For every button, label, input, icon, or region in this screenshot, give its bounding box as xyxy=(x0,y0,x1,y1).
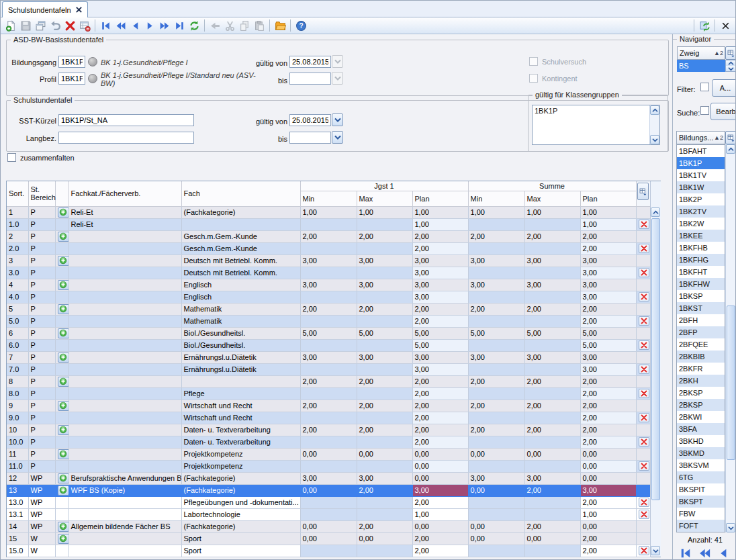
cell-min[interactable]: 3,00 xyxy=(468,279,524,291)
cell-actions[interactable] xyxy=(636,545,650,557)
filter-checkbox[interactable] xyxy=(700,83,709,91)
cell-actions[interactable] xyxy=(636,424,650,436)
cell-sort[interactable]: 1.0 xyxy=(7,218,28,230)
table-row[interactable]: 8.0PPflege2,002,00 xyxy=(7,387,650,400)
cell-max[interactable]: 2,00 xyxy=(357,230,412,242)
cell-max[interactable]: 5,00 xyxy=(357,327,412,339)
nav-last-button[interactable] xyxy=(172,18,187,33)
cell-actions[interactable] xyxy=(636,400,650,412)
cell-min[interactable] xyxy=(468,242,524,254)
cell-fach[interactable]: Daten- u. Textverarbeitung xyxy=(181,424,300,436)
cell-bereich[interactable]: P xyxy=(28,424,55,436)
cell-max[interactable] xyxy=(524,496,580,508)
cell-bereich[interactable]: WP xyxy=(28,484,55,496)
cell-max[interactable] xyxy=(357,436,412,448)
cell-sort[interactable]: 13.1 xyxy=(7,508,28,520)
add-subject-button[interactable] xyxy=(58,280,69,290)
cell-bereich[interactable]: WP xyxy=(28,508,55,520)
cell-min[interactable] xyxy=(468,363,524,375)
cell-add[interactable] xyxy=(55,206,68,218)
cell-plan[interactable]: 1,00 xyxy=(580,508,636,520)
table-row[interactable]: 8P2,002,002,002,002,002,00 xyxy=(7,375,650,387)
table-row[interactable]: 12WPBerufspraktische Anwendungen BS(Fach… xyxy=(7,472,650,484)
add-subject-button[interactable] xyxy=(58,207,69,218)
cell-bereich[interactable]: P xyxy=(28,230,55,242)
cell-max[interactable]: 2,00 xyxy=(357,520,412,532)
cell-fachkategorie[interactable] xyxy=(68,363,181,375)
scroll-up-icon[interactable] xyxy=(651,207,660,217)
cell-plan[interactable]: 3,00 xyxy=(580,484,636,496)
cell-plan[interactable]: 2,00 xyxy=(580,387,636,400)
cell-fachkategorie[interactable]: Reli-Et xyxy=(68,206,181,218)
bildungsgang-list-item[interactable]: 2BKH xyxy=(677,375,725,387)
cell-min[interactable]: 2,00 xyxy=(300,400,357,412)
cell-max[interactable]: 1,00 xyxy=(357,206,412,218)
cell-min[interactable]: 2,00 xyxy=(300,375,357,387)
cell-add[interactable] xyxy=(55,279,68,291)
table-row[interactable]: 15.0WSport2,002,00 xyxy=(7,545,650,557)
cell-fachkategorie[interactable] xyxy=(68,327,181,339)
table-row[interactable]: 14WPAllgemein bildende Fächer BS(Fachkat… xyxy=(7,520,650,532)
cell-fachkategorie[interactable] xyxy=(68,267,181,279)
cell-actions[interactable] xyxy=(636,242,650,254)
delete-row-button[interactable] xyxy=(639,413,649,422)
cell-min[interactable] xyxy=(300,242,357,254)
cell-plan[interactable]: 3,00 xyxy=(580,279,636,291)
cell-actions[interactable] xyxy=(636,279,650,291)
cell-plan[interactable]: 2,00 xyxy=(580,412,636,424)
cell-actions[interactable] xyxy=(636,508,650,520)
scroll-down-icon[interactable] xyxy=(726,523,735,532)
delete-row-button[interactable] xyxy=(639,340,649,350)
cell-fach[interactable]: Pflege xyxy=(181,387,300,400)
cell-fachkategorie[interactable] xyxy=(68,448,181,460)
cell-bereich[interactable]: P xyxy=(28,339,55,351)
cell-max[interactable]: 3,00 xyxy=(524,472,580,484)
cell-max[interactable]: 3,00 xyxy=(357,279,412,291)
cell-add[interactable] xyxy=(55,230,68,242)
delete-row-button[interactable] xyxy=(639,316,649,326)
bis-field[interactable] xyxy=(289,73,331,85)
cell-sort[interactable]: 11 xyxy=(7,448,28,460)
cell-bereich[interactable]: P xyxy=(28,400,55,412)
cell-plan[interactable]: 2,00 xyxy=(412,424,468,436)
cell-min[interactable]: 3,00 xyxy=(300,254,357,267)
bildungsgang-list-item[interactable]: 2BKSP xyxy=(677,387,725,399)
cell-sort[interactable]: 13 xyxy=(7,484,28,496)
cell-actions[interactable] xyxy=(636,375,650,387)
cell-min[interactable]: 3,00 xyxy=(468,351,524,363)
cell-add[interactable] xyxy=(55,218,68,230)
cell-fach[interactable]: Wirtschaft und Recht xyxy=(181,412,300,424)
delete-row-button[interactable] xyxy=(639,244,649,253)
cell-add[interactable] xyxy=(55,242,68,254)
cell-min[interactable] xyxy=(468,436,524,448)
cell-actions[interactable] xyxy=(636,532,650,545)
cell-fachkategorie[interactable]: Berufspraktische Anwendungen BS xyxy=(68,472,181,484)
bis-dropdown-button[interactable] xyxy=(332,131,343,144)
cell-bereich[interactable]: P xyxy=(28,375,55,387)
cell-sort[interactable]: 5 xyxy=(7,303,28,315)
cell-plan[interactable]: 2,00 xyxy=(580,545,636,557)
cell-max[interactable]: 3,00 xyxy=(524,254,580,267)
bildungsgang-list-item[interactable]: 3BKMD xyxy=(677,447,725,459)
cell-max[interactable] xyxy=(357,242,412,254)
cell-sort[interactable]: 6.0 xyxy=(7,339,28,351)
record-fast-back-button[interactable] xyxy=(697,546,712,560)
cell-max[interactable]: 3,00 xyxy=(524,279,580,291)
cell-sort[interactable]: 13.0 xyxy=(7,496,28,508)
bildungsgang-list-item[interactable]: 1BKSP xyxy=(677,290,725,302)
cell-fach[interactable]: Daten- u. Textverarbeitung xyxy=(181,436,300,448)
cell-plan[interactable]: 3,00 xyxy=(580,267,636,279)
cell-bereich[interactable]: P xyxy=(28,242,55,254)
tab-close-icon[interactable] xyxy=(75,6,83,14)
add-subject-button[interactable] xyxy=(58,425,69,435)
cell-add[interactable] xyxy=(55,375,68,387)
help-button[interactable]: ? xyxy=(293,18,308,33)
add-subject-button[interactable] xyxy=(58,485,69,496)
nav-fast-back-button[interactable] xyxy=(113,18,128,33)
bildungsgang-list-item[interactable]: 1BK1TV xyxy=(677,169,725,181)
klassengruppen-listbox[interactable]: 1BK1P xyxy=(532,105,660,145)
bildungsgang-field[interactable] xyxy=(58,56,85,68)
cell-max[interactable] xyxy=(357,315,412,327)
table-row[interactable]: 9PWirtschaft und Recht2,002,002,002,002,… xyxy=(7,400,650,412)
cell-bereich[interactable]: P xyxy=(28,254,55,267)
